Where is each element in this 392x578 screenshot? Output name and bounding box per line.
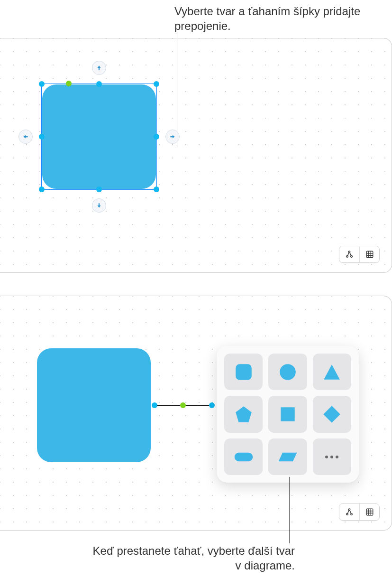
canvas-panel-shape-picker	[0, 296, 392, 531]
svg-point-2	[351, 256, 352, 257]
connector-endpoint-end[interactable]	[209, 402, 215, 408]
selection-handle-w[interactable]	[39, 134, 45, 140]
rounded-square-icon	[234, 362, 254, 382]
diagram-icon	[345, 508, 354, 516]
svg-marker-6	[324, 364, 340, 380]
svg-point-13	[346, 513, 348, 515]
circle-icon	[278, 362, 298, 382]
arrow-left-icon	[22, 133, 29, 140]
callout-top-leader-line	[177, 33, 177, 147]
callout-bottom-leader-line	[289, 477, 290, 531]
svg-rect-10	[234, 452, 253, 461]
connection-arrow-right[interactable]	[165, 130, 180, 144]
svg-marker-11	[279, 452, 297, 461]
arrow-up-icon	[96, 65, 102, 71]
pill-icon	[234, 447, 254, 467]
selection-handle-se[interactable]	[154, 186, 159, 192]
diagram-icon	[345, 250, 354, 259]
shape-option-diamond[interactable]	[313, 396, 351, 432]
shape-option-pill[interactable]	[224, 438, 263, 475]
shape-option-parallelogram[interactable]	[268, 438, 307, 475]
svg-rect-3	[366, 251, 373, 258]
canvas-mini-toolbar	[339, 503, 380, 521]
shape-option-triangle[interactable]	[313, 354, 351, 390]
shape-option-square[interactable]	[268, 396, 307, 432]
svg-point-12	[348, 509, 350, 510]
shape-option-rounded-square[interactable]	[224, 354, 263, 390]
svg-marker-7	[236, 406, 252, 422]
grid-toggle-button[interactable]	[359, 504, 379, 520]
grid-toggle-button[interactable]	[359, 246, 379, 262]
diagram-mode-button[interactable]	[339, 246, 359, 262]
svg-rect-8	[281, 407, 294, 421]
shape-picker-popover	[217, 346, 359, 483]
svg-marker-9	[323, 406, 340, 423]
canvas-mini-toolbar	[339, 246, 380, 263]
pentagon-icon	[234, 404, 254, 424]
corner-radius-handle[interactable]	[66, 81, 72, 86]
diamond-icon	[322, 404, 342, 424]
selection-rectangle	[42, 84, 156, 189]
selection-handle-n[interactable]	[96, 81, 102, 87]
selection-handle-nw[interactable]	[39, 81, 45, 87]
shape-option-more[interactable]	[313, 438, 351, 475]
diagram-shape-rounded-square[interactable]	[37, 348, 151, 462]
connection-arrow-down[interactable]	[92, 198, 106, 213]
connection-arrow-left[interactable]	[18, 130, 33, 144]
diagram-mode-button[interactable]	[339, 504, 359, 520]
connection-arrow-up[interactable]	[92, 61, 106, 75]
selection-handle-sw[interactable]	[39, 186, 45, 192]
shape-option-circle[interactable]	[268, 354, 307, 390]
selection-handle-e[interactable]	[154, 134, 159, 140]
svg-point-1	[346, 256, 348, 257]
connector-midpoint-handle[interactable]	[180, 402, 186, 408]
arrow-right-icon	[169, 133, 176, 140]
svg-point-14	[351, 513, 352, 515]
svg-rect-4	[236, 364, 252, 380]
connector-endpoint-start[interactable]	[152, 402, 157, 408]
selection-handle-ne[interactable]	[154, 81, 159, 87]
arrow-down-icon	[96, 202, 102, 209]
shape-option-pentagon[interactable]	[224, 396, 263, 432]
square-icon	[278, 404, 298, 424]
ellipsis-icon	[325, 456, 338, 458]
grid-icon	[365, 250, 374, 259]
svg-point-5	[280, 364, 296, 380]
svg-point-0	[348, 251, 350, 252]
selection-handle-s[interactable]	[96, 186, 102, 192]
triangle-icon	[322, 362, 342, 382]
svg-rect-15	[366, 509, 373, 515]
grid-icon	[365, 508, 374, 516]
canvas-panel-selected-shape	[0, 38, 392, 273]
callout-top: Vyberte tvar a ťahaním šípky pridajte pr…	[174, 4, 392, 33]
parallelogram-icon	[278, 447, 298, 467]
